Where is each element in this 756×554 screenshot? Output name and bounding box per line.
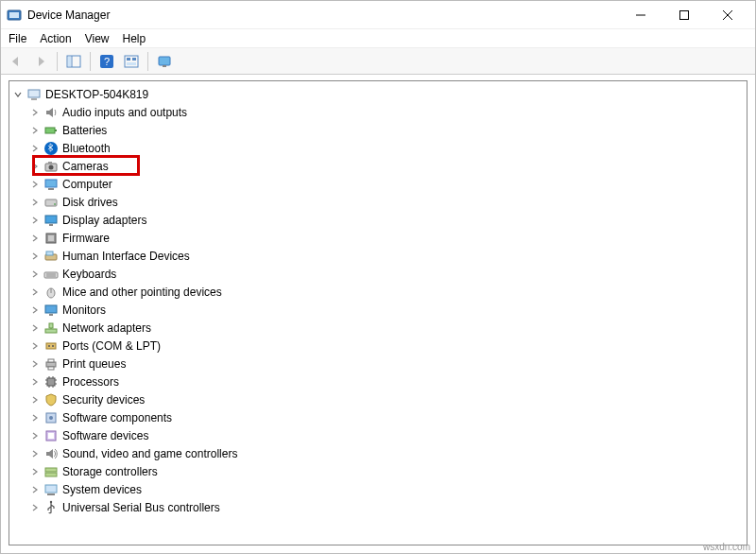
chevron-right-icon[interactable]: [28, 196, 42, 209]
titlebar: Device Manager: [1, 1, 755, 29]
show-hide-console-tree-button[interactable]: [62, 51, 85, 72]
tree-item-label: Computer: [62, 178, 112, 191]
tree-item-label: Mice and other pointing devices: [62, 286, 222, 299]
svg-rect-50: [48, 367, 54, 370]
forward-button[interactable]: [29, 51, 52, 72]
chevron-right-icon[interactable]: [28, 303, 42, 317]
chevron-right-icon[interactable]: [28, 465, 42, 478]
chevron-down-icon[interactable]: [11, 88, 25, 101]
tree-item-label: Keyboards: [62, 268, 116, 281]
tree-item-label: Monitors: [62, 303, 106, 317]
cpu-icon: [43, 374, 59, 390]
tree-item-label: Software devices: [62, 429, 148, 442]
tree-item[interactable]: Print queues: [11, 355, 745, 372]
help-button[interactable]: ?: [95, 51, 118, 72]
menu-file[interactable]: File: [9, 32, 26, 45]
tree-item[interactable]: Network adapters: [11, 319, 745, 337]
toolbar: ?: [1, 48, 755, 75]
tree-item[interactable]: System devices: [11, 480, 745, 498]
minimize-button[interactable]: [619, 1, 662, 29]
svg-text:?: ?: [104, 56, 110, 67]
chevron-right-icon[interactable]: [28, 321, 42, 335]
svg-point-28: [54, 203, 56, 205]
svg-rect-51: [47, 378, 55, 386]
chevron-right-icon[interactable]: [28, 178, 42, 191]
tree-item[interactable]: Disk drives: [11, 193, 745, 211]
bluetooth-icon: [43, 141, 59, 156]
menu-action[interactable]: Action: [40, 32, 71, 45]
device-tree: DESKTOP-504K819 Audio inputs and outputs…: [9, 80, 747, 545]
tree-item[interactable]: Processors: [11, 372, 745, 390]
tree-root[interactable]: DESKTOP-504K819: [11, 85, 745, 103]
chevron-right-icon[interactable]: [28, 447, 42, 460]
chevron-right-icon[interactable]: [28, 106, 42, 119]
chevron-right-icon[interactable]: [28, 429, 42, 442]
svg-rect-8: [68, 57, 71, 66]
tree-item[interactable]: Security devices: [11, 390, 745, 408]
hid-icon: [43, 249, 59, 264]
svg-rect-64: [45, 468, 57, 472]
chevron-right-icon[interactable]: [28, 250, 42, 263]
maximize-button[interactable]: [662, 1, 706, 29]
tree-item[interactable]: Software components: [11, 408, 745, 426]
chevron-right-icon[interactable]: [28, 214, 42, 227]
tree-item[interactable]: Bluetooth: [11, 139, 745, 157]
chevron-right-icon[interactable]: [28, 160, 42, 173]
tree-item[interactable]: Computer: [11, 175, 745, 193]
svg-rect-14: [127, 62, 136, 65]
tree-item-label: Processors: [62, 375, 119, 389]
tree-item-label: Batteries: [62, 124, 107, 137]
toolbar-separator: [90, 52, 91, 71]
storage-icon: [43, 464, 59, 479]
sound-icon: [43, 446, 59, 461]
tree-item[interactable]: Display adapters: [11, 211, 745, 229]
menu-view[interactable]: View: [85, 32, 110, 45]
tree-item[interactable]: Monitors: [11, 301, 745, 319]
svg-point-61: [49, 416, 53, 420]
computer-icon: [26, 87, 42, 102]
tree-item[interactable]: Keyboards: [11, 265, 745, 283]
tree-item[interactable]: Universal Serial Bus controllers: [11, 498, 745, 516]
svg-point-68: [50, 500, 52, 502]
chevron-right-icon[interactable]: [28, 124, 42, 137]
back-button[interactable]: [5, 51, 27, 72]
tree-item[interactable]: Batteries: [11, 121, 745, 139]
tree-item[interactable]: Ports (COM & LPT): [11, 337, 745, 355]
scan-hardware-button[interactable]: [120, 51, 143, 72]
tree-item[interactable]: Sound, video and game controllers: [11, 444, 745, 462]
svg-rect-67: [47, 493, 55, 495]
tree-item[interactable]: Storage controllers: [11, 462, 745, 480]
svg-rect-20: [55, 130, 57, 131]
tree-item[interactable]: Firmware: [11, 229, 745, 247]
chevron-right-icon[interactable]: [28, 375, 42, 389]
chevron-right-icon[interactable]: [28, 232, 42, 245]
chevron-right-icon[interactable]: [28, 286, 42, 299]
svg-rect-12: [127, 58, 130, 61]
menu-help[interactable]: Help: [123, 32, 146, 45]
chevron-right-icon[interactable]: [28, 411, 42, 424]
svg-rect-16: [163, 65, 166, 67]
chevron-right-icon[interactable]: [28, 268, 42, 281]
computer-icon: [43, 177, 59, 192]
chevron-right-icon[interactable]: [28, 483, 42, 496]
tree-item-label: Sound, video and game controllers: [62, 447, 237, 460]
svg-rect-65: [45, 473, 57, 476]
chevron-right-icon[interactable]: [28, 357, 42, 371]
chevron-right-icon[interactable]: [28, 339, 42, 353]
tree-item-label: Display adapters: [62, 214, 146, 227]
svg-rect-29: [45, 216, 57, 223]
svg-rect-17: [28, 90, 40, 97]
tree-item-label: Audio inputs and outputs: [62, 106, 187, 119]
chevron-right-icon[interactable]: [28, 393, 42, 407]
tree-item[interactable]: Software devices: [11, 426, 745, 444]
menubar: File Action View Help: [1, 29, 755, 48]
tree-item[interactable]: Human Interface Devices: [11, 247, 745, 265]
properties-button[interactable]: [153, 51, 176, 72]
usb-icon: [43, 500, 59, 515]
chevron-right-icon[interactable]: [28, 501, 42, 514]
tree-item[interactable]: Mice and other pointing devices: [11, 283, 745, 301]
tree-item[interactable]: Cameras: [11, 157, 745, 175]
chevron-right-icon[interactable]: [28, 142, 42, 155]
tree-item[interactable]: Audio inputs and outputs: [11, 103, 745, 121]
close-button[interactable]: [706, 1, 749, 29]
